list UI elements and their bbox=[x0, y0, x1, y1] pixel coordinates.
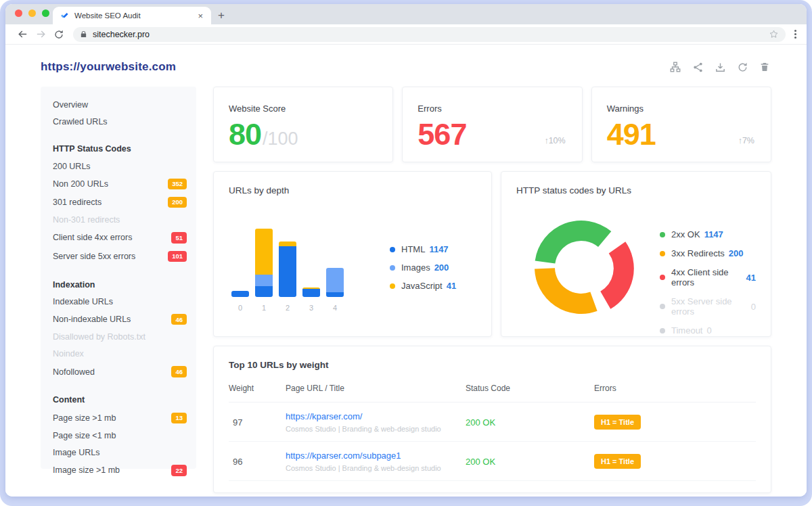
sidebar-item[interactable]: Nofollowed46 bbox=[41, 363, 196, 381]
error-badge: H1 = Title bbox=[594, 415, 641, 430]
donut-slice bbox=[545, 269, 594, 304]
count-badge: 13 bbox=[171, 413, 187, 423]
sidebar-item-label: Non-301 redirects bbox=[53, 215, 120, 225]
donut-chart bbox=[516, 198, 656, 334]
sidebar-item[interactable]: Page size <1 mb bbox=[41, 428, 196, 444]
page-url-link[interactable]: https://kparser.com/subpage1 bbox=[286, 451, 466, 461]
sidebar-item-label: Non-indexable URLs bbox=[53, 315, 131, 324]
legend-dot bbox=[390, 265, 395, 271]
sidebar-item[interactable]: Indexable URLs bbox=[41, 294, 196, 310]
x-axis-label: 0 bbox=[231, 304, 249, 312]
sidebar-item[interactable]: Non-301 redirects bbox=[41, 212, 196, 229]
legend-item-2xx[interactable]: 2xx OK1147 bbox=[660, 229, 756, 239]
sidebar-item[interactable]: Server side 5xx errors101 bbox=[41, 247, 196, 265]
legend-label: 5xx Server side errors bbox=[671, 296, 747, 317]
sidebar-section: OverviewCrawled URLs bbox=[41, 96, 196, 130]
x-axis-label: 1 bbox=[255, 304, 273, 312]
sidebar: OverviewCrawled URLsHTTP Status Codes200… bbox=[41, 87, 196, 469]
desktop-frame: Website SEO Audit × + sitechecker.pro bbox=[0, 0, 812, 506]
sidebar-item-label: Page size <1 mb bbox=[53, 431, 116, 440]
legend-value: 41 bbox=[447, 281, 456, 291]
urls-by-depth-card: URLs by depth 01234 HTML1147Images200Jav… bbox=[213, 171, 492, 337]
page-url-link[interactable]: https://kparser.com/ bbox=[286, 411, 466, 421]
table-header-row: WeightPage URL / TitleStatus CodeErrors bbox=[229, 384, 756, 402]
sidebar-item[interactable]: Noindex bbox=[41, 346, 196, 363]
legend-item-3xx[interactable]: 3xx Redirects200 bbox=[660, 248, 756, 258]
chart-title: URLs by depth bbox=[229, 185, 476, 196]
sidebar-item[interactable]: Client side 4xx errors51 bbox=[41, 229, 196, 247]
legend-value: 1147 bbox=[704, 229, 723, 239]
bar-depth-1 bbox=[255, 229, 273, 297]
sidebar-item-label: Indexable URLs bbox=[53, 297, 113, 306]
count-badge: 101 bbox=[168, 251, 187, 262]
donut-chart-legend: 2xx OK11473xx Redirects2004xx Client sid… bbox=[660, 229, 756, 336]
sidebar-item-label: Noindex bbox=[53, 349, 84, 359]
sidebar-item[interactable]: Crawled URLs bbox=[41, 113, 196, 130]
lock-icon bbox=[80, 30, 87, 38]
bar-segment bbox=[255, 275, 273, 286]
weight-value: 96 bbox=[229, 457, 242, 467]
sidebar-item[interactable]: Page size >1 mb13 bbox=[41, 409, 196, 427]
legend-item-html[interactable]: HTML1147 bbox=[390, 244, 456, 254]
stat-card: Warnings491↑7% bbox=[591, 87, 771, 162]
sidebar-item[interactable]: Overview bbox=[41, 96, 196, 113]
sidebar-item[interactable]: Disallowed by Robots.txt bbox=[41, 329, 196, 346]
tab-strip: Website SEO Audit × + bbox=[5, 4, 807, 24]
stat-suffix: /100 bbox=[263, 129, 298, 150]
reload-icon[interactable] bbox=[50, 29, 68, 40]
legend-item-4xx[interactable]: 4xx Client side errors41 bbox=[660, 267, 756, 288]
browser-window: Website SEO Audit × + sitechecker.pro bbox=[5, 4, 807, 497]
sidebar-item[interactable]: Image URLs bbox=[41, 444, 196, 461]
sidebar-item[interactable]: 200 URLs bbox=[41, 158, 196, 175]
sitemap-icon[interactable] bbox=[668, 60, 683, 74]
sidebar-item[interactable]: Non 200 URLs352 bbox=[41, 175, 196, 193]
donut-slice bbox=[545, 231, 605, 262]
stat-value: 80 bbox=[229, 119, 261, 150]
trash-icon[interactable] bbox=[758, 60, 771, 74]
count-badge: 22 bbox=[171, 465, 187, 476]
zoom-window-button[interactable] bbox=[42, 9, 49, 17]
bar-segment bbox=[255, 229, 273, 275]
address-bar[interactable]: sitechecker.pro bbox=[73, 27, 786, 42]
sidebar-item[interactable]: Image size >1 mb22 bbox=[41, 461, 196, 480]
minimize-window-button[interactable] bbox=[28, 9, 36, 17]
url-cell: https://kparser.com/subpage1Cosmos Studi… bbox=[286, 451, 466, 472]
download-icon[interactable] bbox=[713, 60, 727, 74]
url-text: sitechecker.pro bbox=[93, 30, 769, 39]
sidebar-item-label: Non 200 URLs bbox=[53, 179, 108, 189]
legend-value: 0 bbox=[706, 325, 711, 336]
stat-label: Warnings bbox=[607, 104, 756, 114]
share-icon[interactable] bbox=[691, 60, 705, 74]
refresh-icon[interactable] bbox=[736, 60, 750, 74]
legend-value: 41 bbox=[746, 273, 756, 283]
forward-icon[interactable] bbox=[32, 28, 50, 40]
bar-segment bbox=[326, 268, 344, 292]
bar-segment bbox=[255, 286, 273, 297]
errors-cell: H1 = Title bbox=[594, 415, 756, 430]
sidebar-item-label: Page size >1 mb bbox=[53, 413, 116, 423]
browser-menu-icon[interactable] bbox=[792, 28, 798, 41]
new-tab-button[interactable]: + bbox=[218, 9, 225, 22]
bookmark-star-icon[interactable] bbox=[769, 29, 779, 39]
legend-item-timeout[interactable]: Timeout0 bbox=[660, 325, 756, 336]
sidebar-item[interactable]: Non-indexable URLs46 bbox=[41, 310, 196, 329]
close-window-button[interactable] bbox=[15, 9, 22, 17]
legend-item-5xx[interactable]: 5xx Server side errors0 bbox=[660, 296, 756, 317]
error-badge: H1 = Title bbox=[594, 454, 641, 469]
back-icon[interactable] bbox=[14, 28, 32, 40]
browser-toolbar: sitechecker.pro bbox=[5, 24, 807, 45]
column-header: Errors bbox=[594, 384, 756, 393]
page-title-subtext: Cosmos Studio | Branding & web-design st… bbox=[286, 425, 466, 433]
weight-cell: 97 bbox=[229, 416, 286, 428]
stat-card: Errors567↑10% bbox=[402, 87, 582, 162]
stat-card: Website Score80/100 bbox=[213, 87, 393, 162]
page-content: https://yourwebsite.com OverviewCrawled … bbox=[5, 45, 807, 497]
close-tab-icon[interactable]: × bbox=[196, 11, 204, 21]
main-panel: Website Score80/100Errors567↑10%Warnings… bbox=[213, 87, 771, 493]
legend-item-javascript[interactable]: JavaScript41 bbox=[390, 281, 456, 291]
legend-item-images[interactable]: Images200 bbox=[390, 262, 456, 273]
legend-dot bbox=[660, 275, 665, 280]
sidebar-item[interactable]: 301 redirects200 bbox=[41, 193, 196, 211]
count-badge: 46 bbox=[171, 314, 187, 325]
browser-tab[interactable]: Website SEO Audit × bbox=[53, 7, 211, 24]
